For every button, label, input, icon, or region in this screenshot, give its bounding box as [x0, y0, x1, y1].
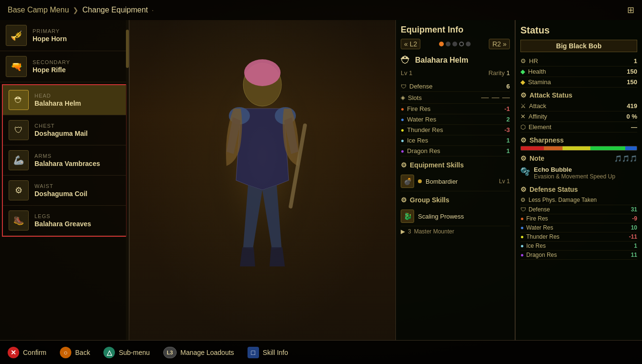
note-music-icons: 🎵🎵🎵	[614, 155, 637, 162]
scaling-prowess-icon: 🐉	[401, 210, 414, 223]
sharpness-bar	[520, 146, 637, 151]
confirm-button[interactable]: ✕ Confirm	[8, 347, 46, 358]
breadcrumb-sep: ❯	[73, 6, 79, 14]
skills-section-icon: ⚙	[401, 161, 407, 169]
sharpness-red	[521, 146, 544, 150]
armor-waist-slot: Waist	[34, 183, 87, 189]
equip-item-name: Balahara Helm	[415, 56, 468, 65]
equip-level-row: Lv 1 Rarity 1	[401, 69, 510, 77]
deco-line	[129, 0, 130, 340]
def-thunder-val: -11	[629, 233, 637, 240]
def-shield-icon: 🛡	[520, 206, 526, 213]
status-stamina: ◆ Stamina 150	[520, 77, 637, 88]
status-element: ⬡ Element —	[520, 122, 637, 132]
left-panel: 🎺 Primary Hope Horn 🔫 Secondary Hope Rif…	[0, 20, 129, 340]
arrow-icon: ▶	[401, 228, 405, 235]
def-ice-icon: ●	[520, 243, 524, 249]
def-status-thunder: ●Thunder Res -11	[520, 232, 637, 242]
equip-title: Equipment Info	[401, 25, 510, 35]
scaling-prowess-name: Scaling Prowess	[418, 213, 510, 220]
group-skills-icon: ⚙	[401, 196, 407, 204]
def-fire-icon: ●	[520, 215, 524, 222]
armor-arms[interactable]: 🦾 Arms Balahara Vambraces	[3, 145, 126, 176]
master-mounter-count: 3	[408, 228, 411, 235]
equip-panel: Equipment Info « L2 R2 » ⛑ Balahara Helm…	[395, 20, 515, 340]
stat-thunder: ●Thunder Res -3	[401, 125, 510, 135]
stamina-icon: ◆	[520, 78, 525, 86]
armor-arms-info: Arms Balahara Vambraces	[34, 153, 100, 167]
armor-waist[interactable]: ⚙ Waist Doshaguma Coil	[3, 176, 126, 206]
armor-chest[interactable]: 🛡 Chest Doshaguma Mail	[3, 115, 126, 145]
sharpness-blue	[625, 146, 637, 150]
ice-icon: ●	[401, 137, 404, 144]
back-button[interactable]: ○ Back	[60, 347, 90, 358]
equip-helm-icon: ⛑	[401, 54, 411, 66]
def-status-dragon: ●Dragon Res 11	[520, 251, 637, 260]
armor-chest-slot: Chest	[34, 123, 88, 129]
bottom-bar: ✕ Confirm ○ Back △ Sub-menu L3 Manage Lo…	[0, 340, 642, 364]
sharpness-icon: ⚙	[520, 136, 527, 144]
less-phys-row: ⚙ Less Phys. Damage Taken	[520, 195, 637, 205]
armor-legs-name: Balahara Greaves	[34, 220, 91, 228]
armor-legs-info: Legs Balahara Greaves	[34, 213, 91, 228]
skill-dot	[418, 179, 422, 183]
armor-legs-slot: Legs	[34, 213, 91, 219]
nav-dot-5	[466, 42, 471, 46]
group-skill-scaling: 🐉 Scaling Prowess	[401, 207, 510, 226]
nav-dot-2	[446, 42, 451, 46]
note-header: ⚙ Note 🎵🎵🎵	[520, 154, 637, 162]
manage-loadouts-label: Manage Loadouts	[180, 349, 234, 356]
nav-right-btn[interactable]: R2 »	[489, 39, 510, 49]
def-water-val: 10	[631, 224, 637, 231]
attack-icon: ⚔	[520, 102, 526, 110]
slot-dashes: — — —	[481, 93, 510, 102]
stat-ice: ●Ice Res 1	[401, 135, 510, 146]
def-status-fire: ●Fire Res -9	[520, 214, 637, 223]
armor-legs[interactable]: 🥾 Legs Balahara Greaves	[3, 206, 126, 236]
armor-chest-icon: 🛡	[9, 120, 29, 140]
nav-dot-1	[439, 42, 444, 46]
nav-dots	[439, 42, 471, 46]
master-mounter-row: ▶ 3 Master Mounter	[401, 226, 510, 237]
def-dragon-icon: ●	[520, 252, 524, 258]
sharpness-header: ⚙ Sharpness	[520, 136, 637, 144]
echo-name: Echo Bubble	[534, 166, 615, 173]
defense-status-header: ⚙ Defense Status	[520, 186, 637, 193]
armor-head[interactable]: ⛑ Head Balahara Helm	[3, 85, 126, 115]
dragon-icon: ●	[401, 148, 404, 154]
skill-info-button[interactable]: □ Skill Info	[248, 347, 288, 358]
submenu-button[interactable]: △ Sub-menu	[103, 347, 150, 358]
defense-val: 6	[507, 83, 510, 90]
nav-left-btn[interactable]: « L2	[401, 39, 420, 49]
bombardier-name: Bombardier	[426, 178, 495, 185]
master-mounter-label: Master Mounter	[414, 228, 454, 235]
armor-legs-icon: 🥾	[9, 210, 29, 231]
nav-dot-4	[459, 42, 464, 46]
weapon-secondary[interactable]: 🔫 Secondary Hope Rifle	[0, 51, 129, 82]
equip-name-row: ⛑ Balahara Helm	[401, 54, 510, 66]
equip-level: Lv 1	[401, 69, 413, 77]
armor-head-icon: ⛑	[9, 90, 29, 110]
back-label: Back	[75, 349, 90, 356]
attack-section-icon: ⚙	[520, 91, 527, 99]
cross-icon: ✕	[8, 347, 19, 358]
scrollbar[interactable]	[126, 20, 129, 340]
armor-waist-icon: ⚙	[9, 180, 29, 200]
def-thunder-icon: ●	[520, 233, 524, 240]
fire-val: -1	[504, 105, 510, 112]
equip-stats: 🛡Defense 6 ◈Slots — — — ●Fire Res -1 ●Wa…	[401, 81, 510, 156]
manage-loadouts-button[interactable]: L3 Manage Loadouts	[163, 347, 234, 358]
hr-val: 1	[634, 57, 637, 65]
def-water-icon: ●	[520, 224, 524, 231]
less-phys-label: Less Phys. Damage Taken	[529, 197, 597, 203]
less-phys-icon: ⚙	[520, 197, 526, 203]
element-icon: ⬡	[520, 123, 526, 131]
def-dragon-val: 11	[631, 252, 637, 258]
attack-val: 419	[627, 102, 637, 110]
status-health: ◆ Health 150	[520, 66, 637, 77]
svg-point-2	[244, 59, 281, 86]
circle-icon: ○	[60, 347, 71, 358]
shield-icon: 🛡	[401, 83, 406, 90]
element-val: —	[631, 123, 637, 131]
weapon-primary[interactable]: 🎺 Primary Hope Horn	[0, 20, 129, 51]
